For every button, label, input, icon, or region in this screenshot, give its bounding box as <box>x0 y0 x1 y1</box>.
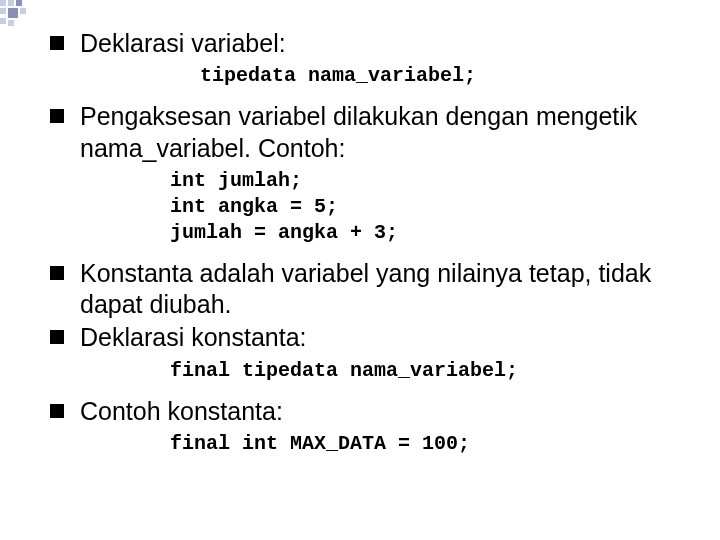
code-block: final tipedata nama_variabel; <box>170 358 680 384</box>
corner-decoration <box>0 0 30 26</box>
item-text: Deklarasi konstanta: <box>80 322 307 353</box>
list-item: Konstanta adalah variabel yang nilainya … <box>50 258 680 321</box>
bullet-icon <box>50 109 64 123</box>
item-text: Contoh konstanta: <box>80 396 283 427</box>
item-text: Deklarasi variabel: <box>80 28 286 59</box>
list-item: Contoh konstanta: <box>50 396 680 427</box>
code-block: final int MAX_DATA = 100; <box>170 431 680 457</box>
bullet-icon <box>50 36 64 50</box>
item-text: Konstanta adalah variabel yang nilainya … <box>80 258 680 321</box>
item-text: Pengaksesan variabel dilakukan dengan me… <box>80 101 680 164</box>
slide-content: Deklarasi variabel: tipedata nama_variab… <box>0 0 720 457</box>
code-block: tipedata nama_variabel; <box>200 63 680 89</box>
bullet-icon <box>50 404 64 418</box>
list-item: Pengaksesan variabel dilakukan dengan me… <box>50 101 680 164</box>
bullet-icon <box>50 330 64 344</box>
list-item: Deklarasi konstanta: <box>50 322 680 353</box>
list-item: Deklarasi variabel: <box>50 28 680 59</box>
bullet-icon <box>50 266 64 280</box>
code-block: int jumlah; int angka = 5; jumlah = angk… <box>170 168 680 246</box>
